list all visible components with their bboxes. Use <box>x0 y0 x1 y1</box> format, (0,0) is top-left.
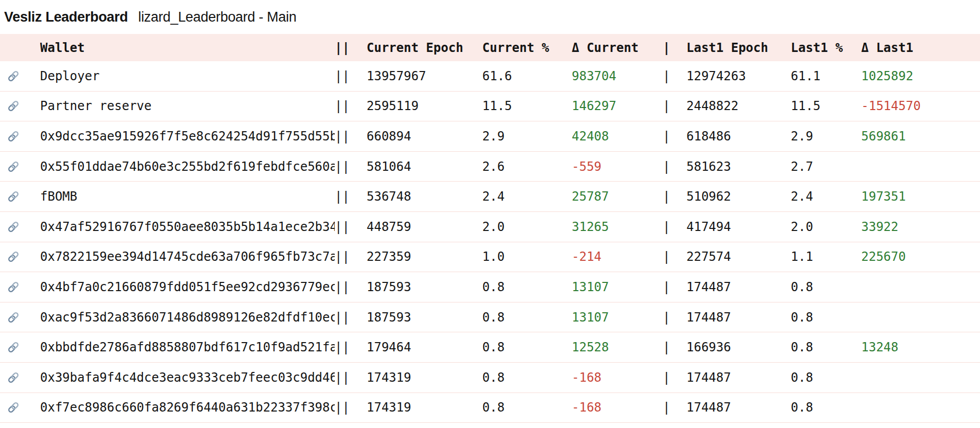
link-icon-cell <box>0 310 40 325</box>
current-epoch-cell: 581064 <box>367 159 482 174</box>
last1-pct-cell: 2.9 <box>791 129 861 144</box>
separator-1-cell: || <box>335 340 367 354</box>
last1-pct-cell: 2.7 <box>791 159 861 174</box>
last1-epoch-cell: 510962 <box>686 189 791 204</box>
current-pct-cell: 61.6 <box>482 69 572 83</box>
current-epoch-cell: 174319 <box>367 400 482 415</box>
link-icon[interactable] <box>6 249 21 264</box>
last1-epoch-cell: 174487 <box>686 400 791 415</box>
link-icon-cell <box>0 220 40 234</box>
link-icon[interactable] <box>6 189 21 204</box>
last1-pct-cell: 61.1 <box>791 69 861 83</box>
wallet-cell: 0x4bf7a0c21660879fdd051f5ee92cd2936779ec… <box>40 280 335 294</box>
header-wallet: Wallet <box>40 41 335 55</box>
table-row: 0x47af52916767f0550aee8035b5b14a1ece2b34… <box>0 212 980 242</box>
link-icon[interactable] <box>6 99 21 113</box>
link-icon[interactable] <box>6 69 21 83</box>
separator-2-cell: | <box>663 280 686 294</box>
link-icon-cell <box>0 249 40 264</box>
last1-epoch-cell: 581623 <box>686 159 791 174</box>
wallet-cell: Deployer <box>40 69 335 83</box>
separator-2-cell: | <box>663 340 686 354</box>
wallet-cell: fBOMB <box>40 189 335 204</box>
delta-current-cell: 42408 <box>572 129 663 144</box>
link-icon[interactable] <box>6 159 21 174</box>
last1-pct-cell: 0.8 <box>791 280 861 294</box>
link-icon[interactable] <box>6 400 21 415</box>
delta-current-cell: 25787 <box>572 189 663 204</box>
current-epoch-cell: 660894 <box>367 129 482 144</box>
last1-epoch-cell: 174487 <box>686 310 791 325</box>
current-pct-cell: 2.9 <box>482 129 572 144</box>
link-icon[interactable] <box>6 129 21 144</box>
leaderboard-table: Wallet || Current Epoch Current % Δ Curr… <box>0 34 980 423</box>
separator-2-cell: | <box>663 400 686 415</box>
separator-2-cell: | <box>663 310 686 325</box>
last1-epoch-cell: 417494 <box>686 220 791 234</box>
last1-epoch-cell: 12974263 <box>686 69 791 83</box>
delta-last1-cell: 1025892 <box>861 69 940 83</box>
header-delta-current: Δ Current <box>572 41 663 55</box>
current-pct-cell: 0.8 <box>482 310 572 325</box>
separator-2-cell: | <box>663 189 686 204</box>
last1-pct-cell: 0.8 <box>791 340 861 354</box>
current-epoch-cell: 536748 <box>367 189 482 204</box>
separator-1-cell: || <box>335 159 367 174</box>
delta-last1-cell: 33922 <box>861 220 940 234</box>
link-icon-cell <box>0 280 40 294</box>
wallet-cell: 0x9dcc35ae915926f7f5e8c624254d91f755d55b… <box>40 129 335 144</box>
table-body: Deployer || 13957967 61.6 983704 | 12974… <box>0 61 980 423</box>
header-separator-1: || <box>335 41 367 55</box>
wallet-cell: Partner reserve <box>40 99 335 113</box>
delta-current-cell: 31265 <box>572 220 663 234</box>
wallet-cell: 0x39bafa9f4c4dce3eac9333ceb7feec03c9dd46… <box>40 370 335 385</box>
separator-1-cell: || <box>335 249 367 264</box>
header-last1-epoch: Last1 Epoch <box>686 41 791 55</box>
link-icon[interactable] <box>6 370 21 385</box>
table-row: 0x4bf7a0c21660879fdd051f5ee92cd2936779ec… <box>0 272 980 302</box>
separator-2-cell: | <box>663 159 686 174</box>
current-pct-cell: 1.0 <box>482 249 572 264</box>
separator-1-cell: || <box>335 99 367 113</box>
separator-2-cell: | <box>663 99 686 113</box>
link-icon[interactable] <box>6 340 21 354</box>
delta-current-cell: -214 <box>572 249 663 264</box>
table-row: 0xf7ec8986c660fa8269f6440a631b22337f398c… <box>0 393 980 423</box>
current-epoch-cell: 179464 <box>367 340 482 354</box>
table-row: 0x55f01ddae74b60e3c255bd2f619febdfce560a… <box>0 152 980 182</box>
separator-1-cell: || <box>335 370 367 385</box>
current-epoch-cell: 174319 <box>367 370 482 385</box>
last1-epoch-cell: 618486 <box>686 129 791 144</box>
table-header-row: Wallet || Current Epoch Current % Δ Curr… <box>0 34 980 61</box>
last1-pct-cell: 2.0 <box>791 220 861 234</box>
link-icon-cell <box>0 129 40 144</box>
delta-last1-cell: -1514570 <box>861 99 940 113</box>
link-icon-cell <box>0 370 40 385</box>
separator-2-cell: | <box>663 69 686 83</box>
current-epoch-cell: 187593 <box>367 310 482 325</box>
last1-epoch-cell: 174487 <box>686 280 791 294</box>
current-epoch-cell: 187593 <box>367 280 482 294</box>
page-title: Vesliz Leaderboard <box>4 9 128 25</box>
current-epoch-cell: 13957967 <box>367 69 482 83</box>
last1-epoch-cell: 166936 <box>686 340 791 354</box>
separator-2-cell: | <box>663 370 686 385</box>
link-icon[interactable] <box>6 220 21 234</box>
separator-1-cell: || <box>335 400 367 415</box>
wallet-cell: 0x47af52916767f0550aee8035b5b14a1ece2b34… <box>40 220 335 234</box>
delta-last1-cell: 197351 <box>861 189 940 204</box>
last1-pct-cell: 0.8 <box>791 400 861 415</box>
wallet-cell: 0xac9f53d2a8366071486d8989126e82dfdf10ec… <box>40 310 335 325</box>
delta-current-cell: -168 <box>572 370 663 385</box>
last1-pct-cell: 11.5 <box>791 99 861 113</box>
current-epoch-cell: 227359 <box>367 249 482 264</box>
page-subtitle: lizard_Leaderboard - Main <box>138 9 297 25</box>
current-pct-cell: 0.8 <box>482 280 572 294</box>
current-epoch-cell: 2595119 <box>367 99 482 113</box>
delta-current-cell: -168 <box>572 400 663 415</box>
separator-1-cell: || <box>335 129 367 144</box>
link-icon[interactable] <box>6 280 21 294</box>
page-header: Vesliz Leaderboard lizard_Leaderboard - … <box>0 0 980 34</box>
delta-current-cell: -559 <box>572 159 663 174</box>
link-icon[interactable] <box>6 310 21 325</box>
